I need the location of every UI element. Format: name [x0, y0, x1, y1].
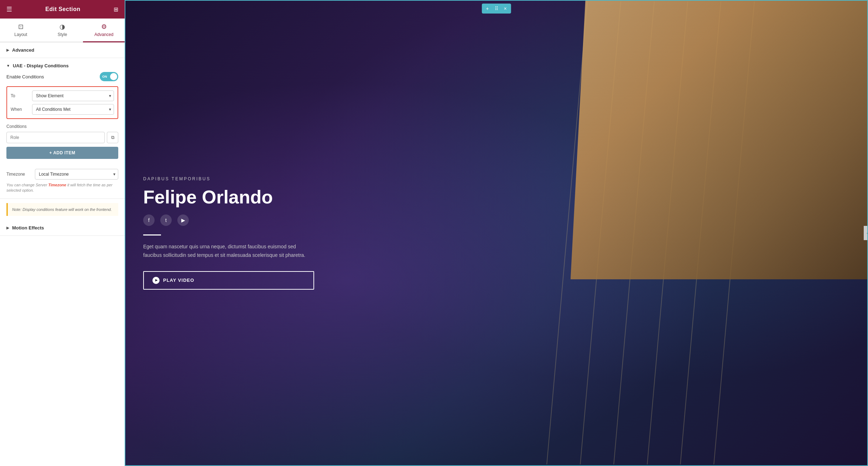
uae-header[interactable]: ▼ UAE - Display Conditions — [0, 58, 125, 72]
drag-handle-button[interactable]: ⠿ — [493, 5, 500, 12]
advanced-section: ▶ Advanced — [0, 42, 125, 58]
enable-conditions-row: Enable Conditions ON — [6, 72, 118, 81]
youtube-icon[interactable]: ▶ — [177, 214, 189, 226]
to-select-wrap: Show Element Hide Element — [32, 90, 114, 101]
conditions-highlighted-box: To Show Element Hide Element When All Co… — [6, 86, 118, 119]
conditions-label: Conditions — [6, 124, 118, 129]
role-row: ⧉ — [6, 132, 118, 143]
hero-body-text: Eget quam nascetur quis urna neque, dict… — [143, 243, 314, 260]
tab-layout-label: Layout — [14, 32, 27, 37]
note-box: Note: Display conditions feature will wo… — [6, 203, 118, 216]
timezone-info: You can change Server Timezone it will f… — [6, 182, 118, 193]
advanced-section-header[interactable]: ▶ Advanced — [6, 47, 118, 53]
copy-button[interactable]: ⧉ — [107, 132, 118, 143]
panel-title: Edit Section — [45, 6, 80, 12]
add-section-button[interactable]: + — [484, 5, 490, 12]
hero-section: DAPIBUS TEMPORIBUS Felipe Orlando f t ▶ … — [125, 0, 868, 466]
to-label: To — [11, 93, 28, 98]
play-icon — [152, 277, 160, 284]
add-item-button[interactable]: + ADD ITEM — [6, 147, 118, 159]
enable-conditions-label: Enable Conditions — [6, 74, 44, 79]
when-select[interactable]: All Conditions Met Any Condition Met — [32, 104, 114, 115]
motion-effects-header[interactable]: ▶ Motion Effects — [6, 225, 118, 231]
timezone-label: Timezone — [6, 172, 31, 177]
hero-right-image — [571, 1, 867, 279]
advanced-arrow-icon: ▶ — [6, 48, 9, 52]
timezone-select[interactable]: Local Timezone UTC Server Timezone — [35, 169, 118, 180]
tab-layout[interactable]: ⊡ Layout — [0, 19, 42, 42]
uae-arrow-icon: ▼ — [6, 64, 10, 68]
tab-style-label: Style — [58, 32, 67, 37]
when-label: When — [11, 107, 28, 112]
style-icon: ◑ — [59, 23, 65, 31]
play-button-label: PLAY VIDEO — [163, 278, 194, 283]
toggle-on-text: ON — [102, 75, 107, 78]
add-item-label: + ADD ITEM — [50, 150, 76, 155]
info-text-before: You can change Server — [6, 183, 48, 187]
grid-icon[interactable]: ⊞ — [114, 6, 118, 13]
to-row: To Show Element Hide Element — [11, 90, 114, 101]
collapse-handle[interactable]: ‹ — [864, 226, 868, 240]
sidebar: ☰ Edit Section ⊞ ⊡ Layout ◑ Style ⚙ Adva… — [0, 0, 125, 466]
hero-subtitle: DAPIBUS TEMPORIBUS — [143, 176, 314, 181]
motion-arrow-icon: ▶ — [6, 226, 9, 230]
menu-icon[interactable]: ☰ — [6, 5, 12, 13]
sidebar-tabs: ⊡ Layout ◑ Style ⚙ Advanced — [0, 19, 125, 42]
uae-label: UAE - Display Conditions — [13, 63, 69, 68]
tab-advanced[interactable]: ⚙ Advanced — [83, 19, 125, 42]
toggle-slider[interactable]: ON — [100, 72, 118, 81]
role-input[interactable] — [6, 132, 105, 143]
play-video-button[interactable]: PLAY VIDEO — [143, 271, 314, 290]
hero-content: DAPIBUS TEMPORIBUS Felipe Orlando f t ▶ … — [125, 1, 332, 465]
social-icons: f t ▶ — [143, 214, 314, 226]
close-section-button[interactable]: × — [503, 5, 508, 12]
main-content: + ⠿ × DAPIBUS TEMPORIBUS Felipe Orlando … — [125, 0, 868, 466]
tab-style[interactable]: ◑ Style — [42, 19, 83, 42]
hero-title: Felipe Orlando — [143, 187, 314, 207]
hero-divider — [143, 234, 161, 235]
timezone-select-wrap: Local Timezone UTC Server Timezone — [35, 169, 118, 180]
layout-icon: ⊡ — [18, 23, 24, 31]
section-toolbar: + ⠿ × — [482, 4, 511, 14]
when-row: When All Conditions Met Any Condition Me… — [11, 104, 114, 115]
motion-effects-label: Motion Effects — [12, 225, 44, 231]
uae-body: Enable Conditions ON To Show Element Hid… — [0, 72, 125, 164]
note-text: Note: Display conditions feature will wo… — [12, 207, 112, 213]
timezone-row: Timezone Local Timezone UTC Server Timez… — [6, 169, 118, 180]
advanced-section-label: Advanced — [12, 47, 34, 53]
tab-advanced-label: Advanced — [94, 32, 113, 37]
to-select[interactable]: Show Element Hide Element — [32, 90, 114, 101]
when-select-wrap: All Conditions Met Any Condition Met — [32, 104, 114, 115]
enable-conditions-toggle[interactable]: ON — [100, 72, 118, 81]
facebook-icon[interactable]: f — [143, 214, 155, 226]
uae-display-conditions: ▼ UAE - Display Conditions Enable Condit… — [0, 58, 125, 164]
motion-effects-section: ▶ Motion Effects — [0, 220, 125, 236]
twitter-icon[interactable]: t — [160, 214, 172, 226]
timezone-link[interactable]: Timezone — [48, 183, 66, 187]
timezone-section: Timezone Local Timezone UTC Server Timez… — [0, 164, 125, 199]
advanced-icon: ⚙ — [101, 23, 107, 31]
sidebar-header: ☰ Edit Section ⊞ — [0, 0, 125, 19]
